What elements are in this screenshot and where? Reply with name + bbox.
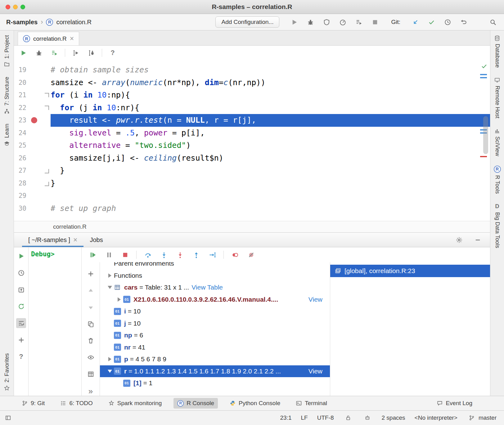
tool-button-7-structure[interactable]: 7: Structure (4, 72, 10, 119)
gear-icon[interactable] (454, 235, 464, 245)
code-line-20[interactable]: 20samsize <- array(numeric(nr*np), dim=c… (14, 76, 490, 89)
variable-row-r[interactable]: 01r = 1.0 1.1 1.2 1.3 1.4 1.5 1.6 1.7 1.… (100, 365, 330, 377)
copy-icon[interactable] (86, 319, 96, 329)
code-line-22[interactable]: 22 for (j in 10:nr){ (14, 102, 490, 114)
tool-window-button-terminal[interactable]: Terminal (292, 398, 331, 409)
delete-icon[interactable] (86, 336, 96, 346)
variable-row-j[interactable]: 01j = 10 (100, 318, 330, 330)
console-tab-jobs[interactable]: Jobs (83, 233, 109, 247)
tool-button-1-project[interactable]: 1: Project (4, 30, 10, 72)
add-configuration-button[interactable]: Add Configuration... (215, 16, 279, 28)
tree-right-arrow-icon[interactable] (106, 357, 114, 361)
code-line-19[interactable]: 19# obtain sample sizes (14, 64, 490, 76)
git-branch-widget[interactable]: master (467, 413, 497, 423)
tool-button-sciview[interactable]: SciView (494, 123, 501, 161)
tool-button-2-favorites[interactable]: 2: Favorites (4, 349, 10, 396)
down-icon[interactable] (86, 303, 96, 312)
help-icon[interactable]: ? (108, 48, 118, 58)
fold-marker[interactable] (45, 106, 49, 110)
variable-row-nr[interactable]: 01nr = 41 (100, 341, 330, 354)
tool-window-button-event-log[interactable]: Event Log (433, 398, 476, 409)
resume-icon[interactable] (88, 250, 98, 260)
coverage-icon[interactable] (322, 17, 331, 27)
code-line-25[interactable]: 25 alternative = "two.sided") (14, 139, 490, 152)
mute-breakpoints-icon[interactable] (246, 250, 256, 260)
variable-row-i[interactable]: 01i = 10 (100, 305, 330, 318)
history-icon[interactable] (443, 17, 452, 27)
frame-row[interactable]: [global], correlation.R:23 (330, 265, 490, 277)
view-breakpoints-icon[interactable] (230, 250, 240, 260)
tool-window-button-spark-monitoring[interactable]: Spark monitoring (105, 398, 166, 409)
pause-icon[interactable] (104, 250, 114, 260)
editor-scrollbar-thumb[interactable] (483, 116, 488, 154)
profiler-icon[interactable] (338, 17, 348, 27)
code-line-21[interactable]: 21for (i in 10:np){ (14, 89, 490, 102)
debug-file-icon[interactable] (34, 48, 44, 58)
step-into-icon[interactable] (159, 250, 169, 260)
close-icon[interactable]: × (70, 35, 74, 42)
step-out-icon[interactable] (191, 250, 201, 260)
code-line-23[interactable]: 23 result <- pwr.r.test(n = NULL, r = r[… (14, 114, 490, 127)
lock-icon[interactable] (343, 413, 353, 423)
code-line-30[interactable]: 30# set up graph (14, 202, 490, 215)
expand-icon[interactable]: » (86, 386, 96, 396)
run-from-caret-icon[interactable] (71, 48, 81, 58)
view-link[interactable]: View (308, 368, 322, 375)
code-line-28[interactable]: 28} (14, 177, 490, 190)
close-window-button[interactable] (6, 5, 10, 9)
run-icon[interactable] (289, 17, 299, 27)
table-view-icon[interactable] (86, 369, 96, 379)
robot-icon[interactable] (362, 413, 372, 423)
console-tab-r-samples[interactable]: [ ~/R-samples ]× (22, 233, 83, 247)
tool-button-learn[interactable]: Learn (4, 119, 10, 151)
fold-marker[interactable] (45, 93, 49, 97)
add-icon[interactable] (16, 335, 26, 345)
code-line-24[interactable]: 24 sig.level = .5, power = p[i], (14, 127, 490, 139)
tree-down-arrow-icon[interactable] (106, 286, 114, 289)
run-to-cursor-icon[interactable] (207, 250, 217, 260)
stop-icon[interactable] (120, 250, 130, 260)
encoding[interactable]: UTF-8 (317, 414, 334, 421)
tool-window-button-9-git[interactable]: 9: Git (18, 398, 48, 409)
rollback-icon[interactable] (459, 17, 469, 27)
add-icon[interactable] (86, 269, 96, 279)
debug-from-caret-icon[interactable] (86, 48, 96, 58)
console-output[interactable]: Debug> (29, 247, 82, 396)
code-line-29[interactable]: 29 (14, 190, 490, 202)
indent-style[interactable]: 2 spaces (382, 414, 405, 421)
soft-wrap-icon[interactable] (16, 318, 26, 328)
minimize-window-button[interactable] (13, 5, 18, 9)
view-link[interactable]: View Table (191, 284, 223, 291)
code-line-26[interactable]: 26 samsize[j,i] <- ceiling(result$n) (14, 152, 490, 165)
fold-marker[interactable] (45, 169, 49, 173)
line-ending[interactable]: LF (301, 414, 308, 421)
variable-row-p[interactable]: 01p = 4 5 6 7 8 9 (100, 353, 330, 365)
run-selection-icon[interactable] (49, 48, 59, 58)
zoom-window-button[interactable] (20, 5, 25, 9)
variable-row-np[interactable]: 01np = 6 (100, 329, 330, 341)
breadcrumb-project[interactable]: R-samples (6, 19, 38, 26)
fold-marker[interactable] (45, 182, 49, 186)
view-link[interactable]: View (308, 296, 322, 303)
step-over-icon[interactable] (143, 250, 153, 260)
tool-button-big-data-tools[interactable]: DBig Data Tools (494, 199, 501, 253)
rerun-icon[interactable] (16, 301, 26, 311)
up-icon[interactable] (86, 286, 96, 295)
commit-icon[interactable] (426, 17, 436, 27)
variable-row[interactable]: Functions (100, 270, 330, 282)
tool-window-button-python-console[interactable]: Python Console (226, 398, 284, 409)
close-icon[interactable]: × (73, 236, 77, 244)
eye-icon[interactable] (86, 353, 96, 362)
debug-icon[interactable] (305, 17, 315, 27)
stop-icon[interactable] (370, 17, 380, 27)
window-layout-icon[interactable] (3, 413, 13, 423)
search-everywhere-icon[interactable] (488, 17, 498, 27)
caret-position[interactable]: 23:1 (280, 414, 292, 421)
tool-button-database[interactable]: Database (494, 30, 501, 72)
variable-row-x21-0-6-160-0-110-0-3-9-2-62-16-46-v-manual-4[interactable]: 01X21.0.6.160.0.110.0.3.9.2.62.16.46.V.m… (100, 294, 330, 306)
tree-right-arrow-icon[interactable] (106, 273, 114, 278)
run-file-icon[interactable] (18, 48, 28, 58)
tree-right-arrow-icon[interactable] (115, 297, 123, 302)
run-configurations-icon[interactable] (354, 17, 364, 27)
update-project-icon[interactable] (410, 17, 420, 27)
